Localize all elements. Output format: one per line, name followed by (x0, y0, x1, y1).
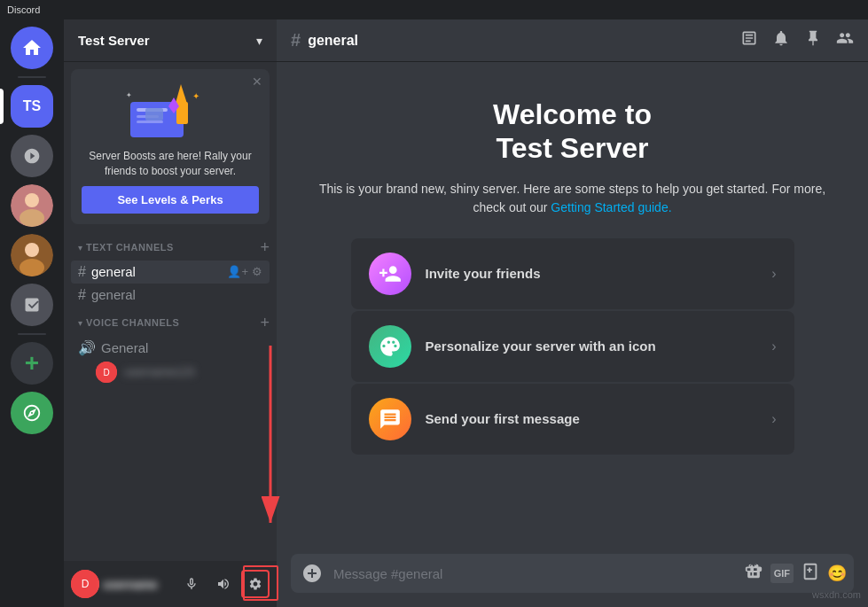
gif-button[interactable]: GIF (770, 564, 794, 583)
user-info: username (103, 578, 174, 591)
channel-hash-icon: # (291, 30, 301, 51)
hash-icon: # (78, 264, 86, 280)
user-avatar: D (71, 570, 99, 598)
server-icon-home[interactable] (11, 27, 53, 69)
channel-threads-icon[interactable] (740, 29, 758, 51)
user-controls (177, 570, 270, 598)
hash-icon-2: # (78, 287, 86, 303)
channel-name-2: general (91, 287, 262, 302)
server-icon-s3[interactable] (11, 234, 53, 276)
getting-started-link[interactable]: Getting Started guide. (551, 200, 671, 214)
active-indicator (0, 89, 4, 124)
channel-list: ▾ TEXT CHANNELS + # general 👤+ ⚙ # gener… (64, 231, 277, 561)
send-message-text: Send your first message (426, 411, 758, 426)
action-cards: Invite your friends › Personalize your s… (351, 238, 794, 455)
svg-rect-9 (137, 121, 163, 123)
svg-text:D: D (82, 578, 90, 590)
gift-icon[interactable] (744, 562, 763, 586)
pin-icon[interactable] (804, 29, 822, 51)
invite-friends-chevron: › (771, 266, 776, 282)
emoji-icon[interactable]: 😊 (827, 564, 847, 583)
deafen-button[interactable] (209, 570, 238, 598)
svg-text:D: D (103, 368, 109, 377)
channel-item-general-active[interactable]: # general 👤+ ⚙ (71, 261, 270, 284)
text-channels-header[interactable]: ▾ TEXT CHANNELS + (64, 238, 277, 261)
add-member-icon[interactable]: 👤+ (227, 265, 248, 278)
server-divider (18, 76, 46, 78)
svg-point-5 (20, 259, 44, 276)
message-input-wrapper: GIF 😊 (291, 554, 854, 593)
svg-point-1 (25, 193, 39, 207)
collapse-icon: ▾ (78, 243, 82, 253)
server-header[interactable]: Test Server ▾ (64, 19, 277, 62)
speaker-icon: 🔊 (78, 339, 96, 356)
message-input-area: GIF 😊 (277, 540, 868, 607)
add-server-icon: + (25, 349, 39, 377)
members-icon[interactable] (836, 29, 854, 51)
server-icon-compass[interactable] (11, 392, 53, 434)
channel-name: general (91, 264, 228, 279)
server-icon-s2[interactable] (11, 184, 53, 227)
server-list: TS + (0, 19, 64, 607)
voice-user-item[interactable]: D username123 (71, 360, 270, 385)
send-message-icon (369, 398, 411, 440)
invite-friends-text: Invite your friends (426, 266, 758, 281)
see-levels-perks-button[interactable]: See Levels & Perks (82, 186, 259, 214)
voice-user-avatar: D (96, 362, 117, 383)
voice-channel-name: General (101, 340, 262, 355)
svg-text:✦: ✦ (192, 91, 199, 101)
svg-rect-10 (145, 108, 163, 121)
chevron-down-icon: ▾ (256, 34, 262, 48)
boost-banner-close[interactable]: ✕ (252, 74, 262, 89)
server-name: Test Server (78, 33, 150, 48)
add-voice-channel-button[interactable]: + (260, 314, 270, 332)
text-channels-title: TEXT CHANNELS (86, 242, 174, 253)
personalize-card[interactable]: Personalize your server with an icon › (351, 311, 794, 382)
gif-label: GIF (774, 568, 790, 579)
personalize-text: Personalize your server with an icon (426, 339, 758, 354)
svg-point-4 (25, 243, 39, 257)
server-icon-ts[interactable]: TS (11, 85, 53, 128)
settings-button[interactable] (241, 570, 270, 598)
server-icon-s1[interactable] (11, 135, 53, 177)
svg-text:✦: ✦ (126, 91, 132, 99)
voice-channels-header[interactable]: ▾ VOICE CHANNELS + (64, 314, 277, 336)
user-bar: D username (64, 561, 277, 607)
svg-point-2 (20, 209, 44, 227)
collapse-voice-icon: ▾ (78, 318, 82, 328)
message-actions: GIF 😊 (744, 562, 847, 586)
sticker-icon[interactable] (801, 562, 820, 586)
channel-header-actions (740, 29, 854, 51)
title-bar-text: Discord (7, 4, 40, 15)
personalize-chevron: › (771, 339, 776, 354)
send-message-card[interactable]: Send your first message › (351, 384, 794, 455)
welcome-area: Welcome toTest Server This is your brand… (277, 62, 868, 540)
ts-label: TS (23, 98, 41, 114)
boost-banner: ✕ ✦ ✦ (71, 69, 270, 224)
channel-header-name: general (308, 33, 358, 49)
voice-channels-title: VOICE CHANNELS (86, 317, 179, 328)
settings-icon[interactable]: ⚙ (252, 265, 262, 278)
text-channels-section: ▾ TEXT CHANNELS + # general 👤+ ⚙ # gener… (64, 238, 277, 307)
channel-actions: 👤+ ⚙ (227, 265, 262, 278)
server-divider-2 (18, 333, 46, 335)
server-icon-add[interactable]: + (11, 342, 53, 385)
voice-channels-section: ▾ VOICE CHANNELS + 🔊 General D username1… (64, 314, 277, 385)
invite-friends-card[interactable]: Invite your friends › (351, 238, 794, 309)
channel-item-general-2[interactable]: # general (71, 284, 270, 307)
send-message-chevron: › (771, 411, 776, 427)
welcome-description: This is your brand new, shiny server. He… (312, 180, 833, 217)
server-icon-s4[interactable] (11, 284, 53, 326)
add-text-channel-button[interactable]: + (260, 238, 270, 257)
mute-button[interactable] (177, 570, 206, 598)
message-input[interactable] (333, 557, 737, 590)
personalize-icon (369, 325, 411, 368)
notification-icon[interactable] (772, 29, 790, 51)
channel-header: # general (277, 19, 868, 62)
voice-channel-general[interactable]: 🔊 General (71, 336, 270, 360)
voice-username: username123 (124, 365, 195, 378)
welcome-title: Welcome toTest Server (312, 97, 833, 166)
message-add-button[interactable] (298, 554, 326, 593)
boost-banner-image: ✦ ✦ (117, 80, 223, 142)
boost-banner-text: Server Boosts are here! Rally your frien… (82, 149, 259, 179)
